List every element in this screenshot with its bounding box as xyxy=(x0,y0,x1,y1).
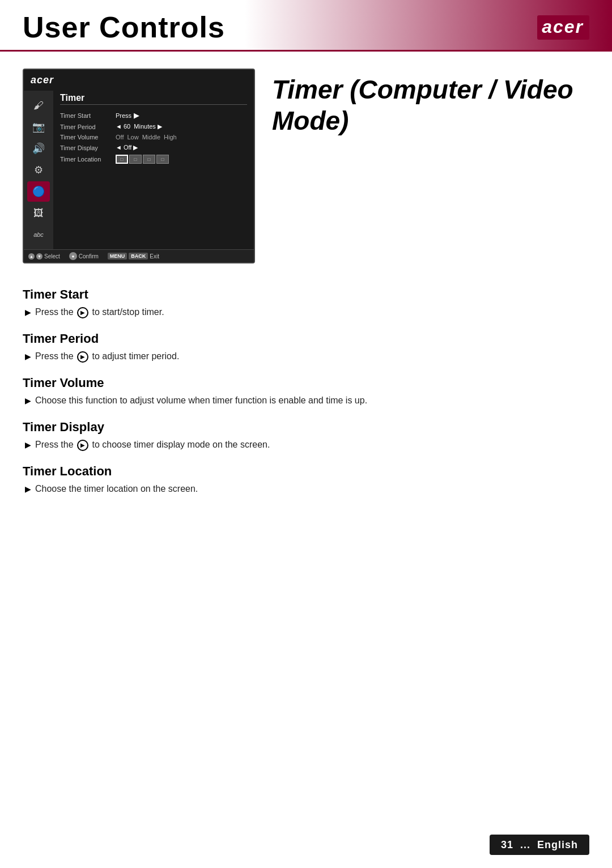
osd-main: Timer Timer Start Press ▶ Timer Period ◄… xyxy=(53,91,254,249)
location-icons: □ □ □ □ xyxy=(116,155,169,164)
osd-value-timer-period: ◄ 60 Minutes ▶ xyxy=(116,123,162,130)
bullet-timer-period: ▶ Press the ▶ to adjust timer period. xyxy=(25,350,589,363)
confirm-label: Confirm xyxy=(79,253,99,259)
osd-sidebar-item-2[interactable]: 📷 xyxy=(27,117,50,137)
heading-timer-volume: Timer Volume xyxy=(23,376,589,390)
body-timer-period: ▶ Press the ▶ to adjust timer period. xyxy=(23,350,589,363)
select-down-btn[interactable]: ▼ xyxy=(36,253,42,259)
heading-timer-start: Timer Start xyxy=(23,287,589,302)
exit-label: Exit xyxy=(150,253,159,259)
osd-header: acer xyxy=(24,70,254,91)
display-icon: 🖼 xyxy=(33,207,44,219)
main-content: acer 🖌 📷 🔊 ⚙ 🔵 xyxy=(0,52,612,263)
descriptions: Timer Start ▶ Press the ▶ to start/stop … xyxy=(0,263,612,521)
osd-sidebar-item-4[interactable]: ⚙ xyxy=(27,160,50,180)
text-timer-period: Press the ▶ to adjust timer period. xyxy=(35,350,179,363)
osd-section-title: Timer xyxy=(60,93,247,105)
right-panel: Timer (Computer / Video Mode) xyxy=(272,69,589,263)
timer-icon: 🔵 xyxy=(32,185,45,198)
osd-acer-logo: acer xyxy=(31,74,54,86)
text-timer-volume: Choose this function to adjust volume wh… xyxy=(35,394,367,407)
menu-btn[interactable]: MENU xyxy=(108,253,128,259)
loc-topleft[interactable]: □ xyxy=(116,155,128,164)
play-icon-3: ▶ xyxy=(77,440,88,451)
bullet-timer-start: ▶ Press the ▶ to start/stop timer. xyxy=(25,305,589,319)
bullet-timer-location: ▶ Choose the timer location on the scree… xyxy=(25,482,589,496)
body-timer-location: ▶ Choose the timer location on the scree… xyxy=(23,482,589,496)
osd-row-timer-volume: Timer Volume OffLowMiddleHigh xyxy=(60,132,247,142)
osd-label-timer-period: Timer Period xyxy=(60,124,111,130)
osd-label-timer-volume: Timer Volume xyxy=(60,134,111,141)
arrow-icon-2: ▶ xyxy=(25,351,32,363)
select-up-btn[interactable]: ▲ xyxy=(28,253,35,259)
osd-row-timer-location: Timer Location □ □ □ □ xyxy=(60,153,247,165)
heading-timer-period: Timer Period xyxy=(23,331,589,346)
acer-logo: acer xyxy=(537,15,589,40)
loc-topright[interactable]: □ xyxy=(143,155,155,164)
arrow-icon-5: ▶ xyxy=(25,483,32,495)
bullet-timer-volume: ▶ Choose this function to adjust volume … xyxy=(25,394,589,407)
arrow-icon-4: ▶ xyxy=(25,439,32,451)
osd-value-timer-location: □ □ □ □ xyxy=(116,155,169,164)
osd-footer-confirm: ● Confirm xyxy=(69,252,99,260)
language-icon: abc xyxy=(33,231,44,238)
osd-footer-select: ▲ ▼ Select xyxy=(28,253,60,259)
loc-topcenter[interactable]: □ xyxy=(129,155,142,164)
text-timer-location: Choose the timer location on the screen. xyxy=(35,482,198,496)
arrow-icon-1: ▶ xyxy=(25,307,32,318)
text-timer-start: Press the ▶ to start/stop timer. xyxy=(35,305,164,319)
loc-bottomleft[interactable]: □ xyxy=(156,155,169,164)
picture-icon: 🖌 xyxy=(33,100,44,112)
page-footer: 31 ... English xyxy=(490,839,589,851)
osd-footer-exit: MENU BACK Exit xyxy=(108,253,159,259)
osd-body: 🖌 📷 🔊 ⚙ 🔵 🖼 abc xyxy=(24,91,254,249)
body-timer-volume: ▶ Choose this function to adjust volume … xyxy=(23,394,589,407)
settings-icon: ⚙ xyxy=(34,164,43,176)
bullet-timer-display: ▶ Press the ▶ to choose timer display mo… xyxy=(25,438,589,452)
body-timer-start: ▶ Press the ▶ to start/stop timer. xyxy=(23,305,589,319)
page-language: English xyxy=(537,839,578,850)
osd-sidebar-item-1[interactable]: 🖌 xyxy=(27,95,50,116)
osd-sidebar-item-3[interactable]: 🔊 xyxy=(27,138,50,159)
play-icon-2: ▶ xyxy=(77,351,88,363)
media-icon: 📷 xyxy=(32,121,45,133)
osd-panel: acer 🖌 📷 🔊 ⚙ 🔵 xyxy=(23,69,255,263)
osd-row-timer-display: Timer Display ◄ Off ▶ xyxy=(60,142,247,153)
osd-value-timer-start: Press ▶ xyxy=(116,111,139,120)
osd-footer: ▲ ▼ Select ● Confirm MENU BACK Exit xyxy=(24,249,254,262)
osd-value-timer-volume: OffLowMiddleHigh xyxy=(116,134,177,141)
osd-sidebar-item-7[interactable]: abc xyxy=(27,224,50,245)
mode-title: Timer (Computer / Video Mode) xyxy=(272,74,589,137)
select-label: Select xyxy=(44,253,60,259)
arrow-icon-3: ▶ xyxy=(25,395,32,407)
page-number: 31 xyxy=(501,839,513,850)
body-timer-display: ▶ Press the ▶ to choose timer display mo… xyxy=(23,438,589,452)
osd-sidebar: 🖌 📷 🔊 ⚙ 🔵 🖼 abc xyxy=(24,91,53,249)
text-timer-display: Press the ▶ to choose timer display mode… xyxy=(35,438,270,452)
osd-row-timer-start: Timer Start Press ▶ xyxy=(60,109,247,121)
confirm-btn[interactable]: ● xyxy=(69,252,77,260)
page-header: User Controls acer xyxy=(0,0,612,52)
osd-label-timer-display: Timer Display xyxy=(60,144,111,151)
osd-label-timer-location: Timer Location xyxy=(60,156,111,163)
back-btn[interactable]: BACK xyxy=(129,253,148,259)
osd-label-timer-start: Timer Start xyxy=(60,112,111,119)
osd-value-timer-display: ◄ Off ▶ xyxy=(116,144,138,151)
page-title: User Controls xyxy=(23,10,225,44)
osd-row-timer-period: Timer Period ◄ 60 Minutes ▶ xyxy=(60,121,247,132)
play-icon-1: ▶ xyxy=(77,307,88,318)
osd-sidebar-item-6[interactable]: 🖼 xyxy=(27,203,50,223)
heading-timer-display: Timer Display xyxy=(23,420,589,435)
page-number-badge: 31 ... English xyxy=(490,835,589,855)
heading-timer-location: Timer Location xyxy=(23,464,589,479)
audio-icon: 🔊 xyxy=(32,142,45,155)
osd-sidebar-item-5[interactable]: 🔵 xyxy=(27,181,50,202)
